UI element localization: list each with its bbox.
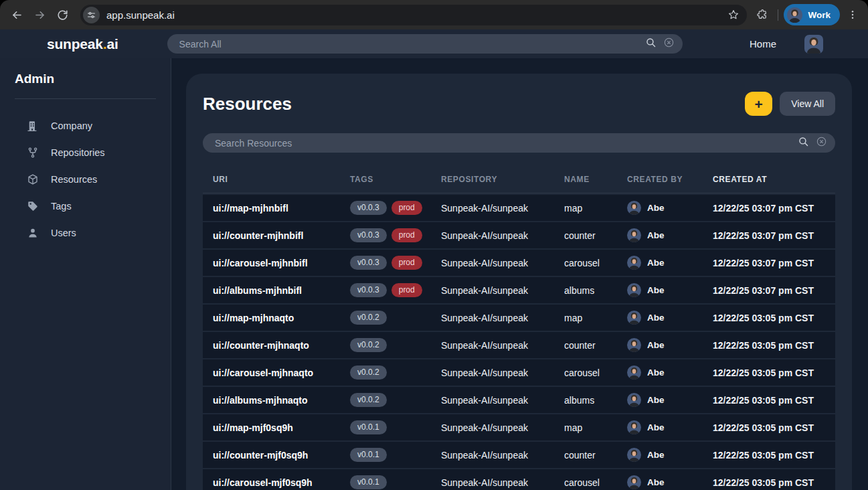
search-icon[interactable]: [645, 37, 657, 51]
browser-back-button[interactable]: [5, 3, 28, 26]
creator-avatar: [627, 256, 641, 270]
column-header-created-by[interactable]: CREATED BY: [627, 175, 713, 184]
user-avatar[interactable]: [804, 35, 823, 54]
bookmark-star-icon[interactable]: [725, 7, 742, 23]
column-header-name[interactable]: NAME: [564, 175, 627, 184]
browser-refresh-button[interactable]: [51, 3, 74, 26]
prod-tag: prod: [392, 283, 422, 297]
sidebar-item-company[interactable]: Company: [0, 112, 171, 139]
building-icon: [27, 120, 39, 132]
sidebar-item-users[interactable]: Users: [0, 220, 171, 246]
creator-avatar: [627, 228, 641, 242]
site-settings-icon[interactable]: [83, 7, 100, 23]
table-row[interactable]: ui://map-mjf0sq9h v0.0.1 Sunpeak-AI/sunp…: [203, 414, 835, 440]
resource-created-by: Abe: [627, 448, 713, 462]
table-row[interactable]: ui://map-mjhnbifl v0.0.3prod Sunpeak-AI/…: [203, 195, 835, 221]
resource-uri: ui://counter-mjhnbifl: [213, 230, 350, 241]
resource-created-at: 12/22/25 03:07 pm CST: [713, 258, 835, 268]
resource-tags: v0.0.2: [350, 338, 441, 352]
person-photo-avatar: [804, 35, 823, 54]
table-row[interactable]: ui://counter-mjhnaqto v0.0.2 Sunpeak-AI/…: [203, 332, 835, 358]
resource-tags: v0.0.2: [350, 365, 441, 380]
resource-tags: v0.0.2: [350, 311, 441, 325]
sidebar-item-repositories[interactable]: Repositories: [0, 139, 171, 166]
url-text[interactable]: app.sunpeak.ai: [106, 9, 725, 21]
table-row[interactable]: ui://counter-mjf0sq9h v0.0.1 Sunpeak-AI/…: [203, 442, 835, 468]
version-tag: v0.0.3: [350, 228, 387, 242]
column-header-repository[interactable]: REPOSITORY: [441, 175, 564, 184]
browser-forward-button[interactable]: [28, 3, 51, 26]
resource-created-by: Abe: [627, 365, 713, 380]
resource-uri: ui://carousel-mjf0sq9h: [213, 477, 350, 488]
person-photo-avatar: [627, 256, 641, 270]
view-all-button[interactable]: View All: [780, 92, 835, 116]
browser-profile-chip[interactable]: Work: [784, 4, 840, 25]
person-photo-avatar: [627, 448, 641, 462]
global-search[interactable]: [167, 34, 683, 54]
column-header-tags[interactable]: TAGS: [350, 175, 441, 184]
logo-suffix: ai: [106, 36, 118, 52]
clear-search-icon[interactable]: [663, 37, 675, 51]
clear-search-icon[interactable]: [816, 136, 827, 150]
table-row[interactable]: ui://albums-mjhnaqto v0.0.2 Sunpeak-AI/s…: [203, 387, 835, 413]
table-row[interactable]: ui://map-mjhnaqto v0.0.2 Sunpeak-AI/sunp…: [203, 305, 835, 331]
resource-created-by: Abe: [627, 256, 713, 270]
cube-icon: [27, 173, 39, 185]
person-photo-avatar: [627, 201, 641, 215]
resource-created-at: 12/22/25 03:05 pm CST: [713, 368, 835, 378]
resource-uri: ui://map-mjhnaqto: [213, 313, 350, 323]
resource-created-by: Abe: [627, 475, 713, 489]
resource-tags: v0.0.3prod: [350, 228, 441, 242]
resource-name: map: [564, 313, 627, 323]
logo-prefix: sunpeak: [47, 36, 103, 52]
column-header-uri[interactable]: URI: [213, 175, 350, 184]
resources-search[interactable]: [203, 133, 835, 153]
creator-name: Abe: [647, 203, 665, 213]
global-search-input[interactable]: [167, 39, 645, 50]
creator-avatar: [627, 338, 641, 352]
sidebar-item-resources[interactable]: Resources: [0, 166, 171, 193]
table-row[interactable]: ui://counter-mjhnbifl v0.0.3prod Sunpeak…: [203, 222, 835, 248]
creator-name: Abe: [647, 395, 665, 405]
version-tag: v0.0.3: [350, 256, 387, 270]
main-content: Resources + View All URI TAGS REP: [171, 58, 868, 490]
prod-tag: prod: [392, 201, 422, 215]
creator-name: Abe: [647, 477, 665, 487]
resource-name: albums: [564, 395, 627, 406]
user-icon: [27, 227, 39, 239]
resource-uri: ui://map-mjhnbifl: [213, 203, 350, 214]
home-link[interactable]: Home: [750, 38, 776, 50]
resources-search-input[interactable]: [203, 138, 798, 149]
search-icon[interactable]: [798, 136, 809, 150]
resource-repository: Sunpeak-AI/sunpeak: [441, 395, 564, 406]
creator-name: Abe: [647, 230, 665, 240]
resource-repository: Sunpeak-AI/sunpeak: [441, 368, 564, 378]
column-header-created-at[interactable]: CREATED AT: [713, 175, 835, 184]
resource-created-by: Abe: [627, 201, 713, 215]
creator-avatar: [627, 393, 641, 407]
version-tag: v0.0.3: [350, 201, 387, 215]
resources-panel: Resources + View All URI TAGS REP: [186, 74, 852, 490]
table-row[interactable]: ui://carousel-mjhnbifl v0.0.3prod Sunpea…: [203, 250, 835, 276]
add-resource-button[interactable]: +: [745, 92, 772, 116]
person-photo-avatar: [627, 283, 641, 297]
extensions-icon[interactable]: [752, 5, 772, 25]
git-branch-icon: [27, 147, 39, 159]
table-row[interactable]: ui://albums-mjhnbifl v0.0.3prod Sunpeak-…: [203, 277, 835, 303]
sidebar: Admin Company Repositories: [0, 58, 171, 490]
browser-menu-icon[interactable]: [844, 5, 861, 25]
resource-name: albums: [564, 285, 627, 296]
address-bar[interactable]: app.sunpeak.ai: [80, 5, 747, 25]
resource-name: carousel: [564, 258, 627, 268]
resource-created-at: 12/22/25 03:05 pm CST: [713, 395, 835, 406]
resource-repository: Sunpeak-AI/sunpeak: [441, 203, 564, 214]
chrome-separator: [778, 9, 778, 21]
sidebar-item-tags[interactable]: Tags: [0, 193, 171, 220]
prod-tag: prod: [392, 228, 422, 242]
table-row[interactable]: ui://carousel-mjf0sq9h v0.0.1 Sunpeak-AI…: [203, 469, 835, 490]
resource-created-by: Abe: [627, 311, 713, 325]
resource-created-at: 12/22/25 03:07 pm CST: [713, 285, 835, 296]
creator-name: Abe: [647, 340, 665, 350]
app-logo[interactable]: sunpeak.ai: [47, 36, 118, 52]
table-row[interactable]: ui://carousel-mjhnaqto v0.0.2 Sunpeak-AI…: [203, 359, 835, 386]
